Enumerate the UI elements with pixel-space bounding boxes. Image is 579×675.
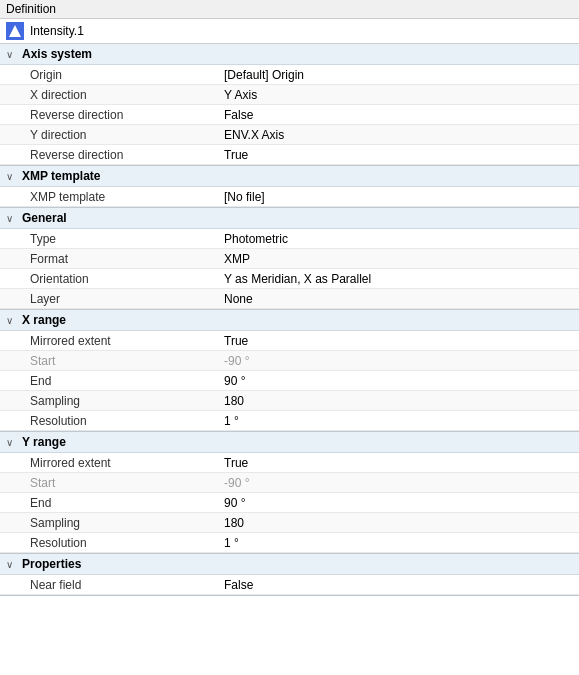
prop-value: True [220, 148, 579, 162]
prop-name: Y direction [0, 128, 220, 142]
prop-name: Orientation [0, 272, 220, 286]
property-row: Mirrored extentTrue [0, 331, 579, 351]
property-row: Sampling180 [0, 513, 579, 533]
chevron-icon-y-range: ∨ [6, 437, 18, 448]
definition-panel: Definition Intensity.1 ∨Axis systemOrigi… [0, 0, 579, 596]
chevron-icon-general: ∨ [6, 213, 18, 224]
prop-name: Resolution [0, 414, 220, 428]
prop-value: 90 ° [220, 496, 579, 510]
prop-name: Mirrored extent [0, 334, 220, 348]
property-row: OrientationY as Meridian, X as Parallel [0, 269, 579, 289]
prop-name: XMP template [0, 190, 220, 204]
property-row: Start-90 ° [0, 351, 579, 371]
prop-name: Resolution [0, 536, 220, 550]
property-row: Reverse directionTrue [0, 145, 579, 165]
section-content-general: TypePhotometricFormatXMPOrientationY as … [0, 229, 579, 310]
prop-name: Near field [0, 578, 220, 592]
property-row: End90 ° [0, 371, 579, 391]
section-label-axis-system: Axis system [22, 47, 92, 61]
property-row: X directionY Axis [0, 85, 579, 105]
property-row: Resolution1 ° [0, 533, 579, 553]
chevron-icon-properties: ∨ [6, 559, 18, 570]
prop-value: None [220, 292, 579, 306]
prop-value: False [220, 578, 579, 592]
definition-header: Definition [0, 0, 579, 19]
prop-value: -90 ° [220, 476, 579, 490]
property-row: Origin[Default] Origin [0, 65, 579, 85]
prop-value: True [220, 456, 579, 470]
section-header-x-range[interactable]: ∨X range [0, 310, 579, 331]
prop-name: Type [0, 232, 220, 246]
prop-name: Reverse direction [0, 148, 220, 162]
prop-value: 1 ° [220, 536, 579, 550]
chevron-icon-axis-system: ∨ [6, 49, 18, 60]
section-xmp-template: ∨XMP templateXMP template[No file] [0, 166, 579, 208]
section-content-y-range: Mirrored extentTrueStart-90 °End90 °Samp… [0, 453, 579, 554]
prop-name: Start [0, 476, 220, 490]
intensity-icon-inner [9, 25, 21, 37]
chevron-icon-xmp-template: ∨ [6, 171, 18, 182]
section-header-xmp-template[interactable]: ∨XMP template [0, 166, 579, 187]
intensity-row: Intensity.1 [0, 19, 579, 44]
prop-value: False [220, 108, 579, 122]
prop-value: XMP [220, 252, 579, 266]
prop-name: End [0, 496, 220, 510]
property-row: Mirrored extentTrue [0, 453, 579, 473]
prop-name: Sampling [0, 394, 220, 408]
section-content-axis-system: Origin[Default] OriginX directionY AxisR… [0, 65, 579, 166]
section-content-x-range: Mirrored extentTrueStart-90 °End90 °Samp… [0, 331, 579, 432]
property-row: Y directionENV.X Axis [0, 125, 579, 145]
prop-value: Y Axis [220, 88, 579, 102]
section-general: ∨GeneralTypePhotometricFormatXMPOrientat… [0, 208, 579, 310]
property-row: TypePhotometric [0, 229, 579, 249]
section-label-xmp-template: XMP template [22, 169, 100, 183]
prop-name: X direction [0, 88, 220, 102]
section-label-x-range: X range [22, 313, 66, 327]
prop-value: 180 [220, 516, 579, 530]
property-row: FormatXMP [0, 249, 579, 269]
prop-name: Mirrored extent [0, 456, 220, 470]
prop-value: ENV.X Axis [220, 128, 579, 142]
property-row: Resolution1 ° [0, 411, 579, 431]
section-y-range: ∨Y rangeMirrored extentTrueStart-90 °End… [0, 432, 579, 554]
prop-value: 180 [220, 394, 579, 408]
prop-value: 1 ° [220, 414, 579, 428]
prop-value: Photometric [220, 232, 579, 246]
section-content-xmp-template: XMP template[No file] [0, 187, 579, 208]
prop-value: -90 ° [220, 354, 579, 368]
prop-value: [Default] Origin [220, 68, 579, 82]
property-row: XMP template[No file] [0, 187, 579, 207]
chevron-icon-x-range: ∨ [6, 315, 18, 326]
property-row: Reverse directionFalse [0, 105, 579, 125]
prop-name: Sampling [0, 516, 220, 530]
section-properties: ∨PropertiesNear fieldFalse [0, 554, 579, 596]
prop-value: 90 ° [220, 374, 579, 388]
section-label-general: General [22, 211, 67, 225]
property-row: Start-90 ° [0, 473, 579, 493]
section-header-axis-system[interactable]: ∨Axis system [0, 44, 579, 65]
prop-name: End [0, 374, 220, 388]
intensity-label: Intensity.1 [30, 24, 84, 38]
section-x-range: ∨X rangeMirrored extentTrueStart-90 °End… [0, 310, 579, 432]
section-label-y-range: Y range [22, 435, 66, 449]
prop-value: Y as Meridian, X as Parallel [220, 272, 579, 286]
section-header-y-range[interactable]: ∨Y range [0, 432, 579, 453]
section-header-properties[interactable]: ∨Properties [0, 554, 579, 575]
prop-name: Origin [0, 68, 220, 82]
property-row: Sampling180 [0, 391, 579, 411]
prop-name: Reverse direction [0, 108, 220, 122]
properties-table: ∨Axis systemOrigin[Default] OriginX dire… [0, 44, 579, 596]
prop-value: True [220, 334, 579, 348]
prop-name: Format [0, 252, 220, 266]
section-header-general[interactable]: ∨General [0, 208, 579, 229]
intensity-icon [6, 22, 24, 40]
prop-name: Start [0, 354, 220, 368]
prop-value: [No file] [220, 190, 579, 204]
property-row: End90 ° [0, 493, 579, 513]
section-axis-system: ∨Axis systemOrigin[Default] OriginX dire… [0, 44, 579, 166]
property-row: LayerNone [0, 289, 579, 309]
section-content-properties: Near fieldFalse [0, 575, 579, 596]
property-row: Near fieldFalse [0, 575, 579, 595]
prop-name: Layer [0, 292, 220, 306]
section-label-properties: Properties [22, 557, 81, 571]
